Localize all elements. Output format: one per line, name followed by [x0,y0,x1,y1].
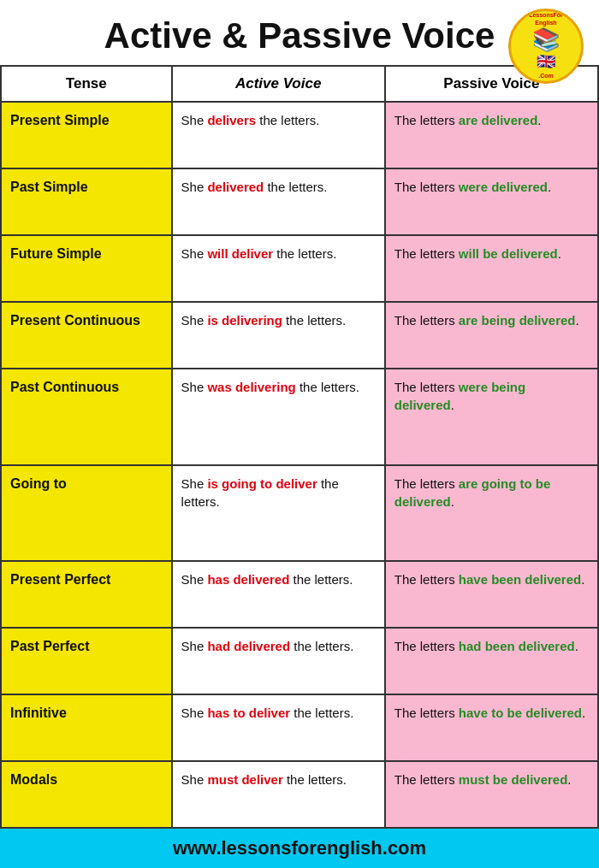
col-tense: Tense [1,66,172,102]
passive-highlight: were being delivered [394,380,525,412]
tense-cell: Past Simple [1,168,172,235]
page-header: Active & Passive Voice LessonsForEnglish… [0,0,599,65]
passive-highlight: had been delivered [459,639,575,653]
tense-cell: Going to [1,465,172,561]
passive-highlight: are delivered [459,113,538,127]
table-row: Past ContinuousShe was delivering the le… [1,369,598,464]
tense-cell: Modals [1,761,172,828]
table-row: Going toShe is going to deliver the lett… [1,465,598,561]
logo-flag-icon: 🇬🇧 [529,53,563,72]
active-highlight: has to deliver [207,706,290,720]
passive-cell: The letters must be delivered. [385,761,598,828]
grammar-table: Tense Active Voice Passive Voice Present… [0,65,599,829]
active-highlight: is going to deliver [207,476,317,491]
active-highlight: delivered [207,180,264,194]
table-row: Past SimpleShe delivered the letters.The… [1,168,598,235]
active-cell: She had delivered the letters. [172,628,385,694]
table-row: Past PerfectShe had delivered the letter… [1,628,598,694]
table-row: Future SimpleShe will deliver the letter… [1,235,598,302]
passive-cell: The letters were delivered. [385,168,598,235]
table-row: Present SimpleShe delivers the letters.T… [1,102,598,168]
active-highlight: is delivering [207,313,282,328]
active-highlight: must deliver [207,772,282,787]
active-cell: She was delivering the letters. [172,369,385,464]
tense-cell: Present Simple [1,102,172,168]
passive-highlight: will be delivered [459,246,558,261]
passive-cell: The letters had been delivered. [385,628,598,694]
active-cell: She is going to deliver the letters. [172,465,385,561]
table-row: InfinitiveShe has to deliver the letters… [1,694,598,761]
active-cell: She delivered the letters. [172,168,385,235]
tense-cell: Present Perfect [1,561,172,628]
passive-cell: The letters will be delivered. [385,235,598,302]
footer: www.lessonsforenglish.com [0,829,599,868]
logo-arc-top: LessonsForEnglish [529,12,563,27]
passive-cell: The letters are being delivered. [385,302,598,369]
passive-highlight: have to be delivered [459,706,582,720]
logo-books-icon: 📚 [529,27,563,53]
tense-cell: Past Perfect [1,628,172,694]
active-highlight: was delivering [207,380,295,394]
passive-cell: The letters are going to be delivered. [385,465,598,561]
table-row: Present ContinuousShe is delivering the … [1,302,598,369]
active-highlight: delivers [207,113,256,127]
passive-highlight: were delivered [459,180,548,194]
active-cell: She must deliver the letters. [172,761,385,828]
active-highlight: will deliver [207,246,273,261]
passive-cell: The letters are delivered. [385,102,598,168]
active-cell: She has to deliver the letters. [172,694,385,761]
passive-highlight: must be delivered [459,772,568,787]
passive-highlight: have been delivered [459,572,581,587]
active-cell: She is delivering the letters. [172,302,385,369]
passive-highlight: are going to be delivered [394,476,551,509]
footer-url: www.lessonsforenglish.com [173,837,426,859]
table-row: ModalsShe must deliver the letters.The l… [1,761,598,828]
table-row: Present PerfectShe has delivered the let… [1,561,598,628]
passive-cell: The letters have to be delivered. [385,694,598,761]
tense-cell: Present Continuous [1,302,172,369]
page-title: Active & Passive Voice [9,15,590,56]
passive-cell: The letters have been delivered. [385,561,598,628]
passive-highlight: are being delivered [459,313,576,328]
col-active: Active Voice [172,66,385,102]
active-cell: She will deliver the letters. [172,235,385,302]
tense-cell: Future Simple [1,235,172,302]
active-cell: She delivers the letters. [172,102,385,168]
table-header-row: Tense Active Voice Passive Voice [1,66,598,102]
tense-cell: Past Continuous [1,369,172,464]
active-highlight: had delivered [207,639,290,653]
passive-cell: The letters were being delivered. [385,369,598,464]
logo-arc-bottom: .Com [538,73,554,79]
tense-cell: Infinitive [1,694,172,761]
active-highlight: has delivered [207,572,289,587]
logo: LessonsForEnglish 📚 🇬🇧 .Com [508,9,584,84]
active-cell: She has delivered the letters. [172,561,385,628]
